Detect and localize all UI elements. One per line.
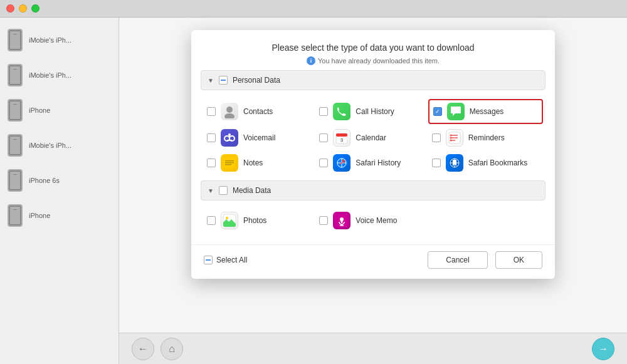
- dialog: Please select the type of data you want …: [191, 30, 555, 279]
- reminders-checkbox[interactable]: [432, 133, 441, 142]
- svg-rect-8: [336, 133, 347, 137]
- calendar-icon: 3: [333, 129, 350, 147]
- reminders-label: Reminders: [468, 133, 505, 142]
- safari-bookmarks-checkbox[interactable]: [432, 159, 441, 167]
- contacts-icon: [221, 103, 238, 120]
- photos-checkbox[interactable]: [207, 216, 216, 225]
- dialog-title: Please select the type of data you want …: [204, 43, 542, 53]
- device-icon: [8, 99, 23, 122]
- contacts-label: Contacts: [243, 107, 273, 116]
- back-button[interactable]: ←: [132, 338, 154, 360]
- call-history-item: Call History: [319, 101, 426, 122]
- svg-rect-18: [225, 160, 234, 162]
- sidebar: iMobie's iPh... iMobie's iPh... iPhone i…: [0, 18, 119, 364]
- select-all-area: Select All: [204, 256, 420, 264]
- personal-data-section-checkbox[interactable]: [219, 76, 228, 85]
- svg-point-14: [450, 135, 451, 137]
- svg-point-0: [226, 107, 233, 113]
- title-bar: [0, 0, 627, 18]
- partial-check-icon: [221, 80, 226, 81]
- calendar-item: 3 Calendar: [319, 129, 426, 147]
- sidebar-item-2[interactable]: iPhone: [0, 94, 119, 127]
- safari-bookmarks-item: Safari Bookmarks: [432, 154, 539, 172]
- notes-icon: [221, 154, 238, 172]
- safari-bookmarks-label: Safari Bookmarks: [468, 159, 528, 167]
- device-icon: [8, 64, 23, 86]
- call-history-icon: [333, 103, 350, 120]
- messages-label: Messages: [470, 107, 504, 116]
- svg-rect-19: [225, 162, 234, 164]
- media-data-section-checkbox[interactable]: [219, 186, 228, 195]
- back-icon: ←: [138, 343, 148, 355]
- content-area: Please select the type of data you want …: [119, 18, 627, 364]
- photos-item: Photos: [207, 212, 314, 229]
- safari-history-checkbox[interactable]: [319, 159, 328, 167]
- dialog-footer: Select All Cancel OK: [191, 244, 555, 279]
- close-button[interactable]: [6, 4, 14, 13]
- chevron-down-icon: ▼: [208, 77, 214, 84]
- call-history-checkbox[interactable]: [319, 107, 328, 116]
- partial-mark-icon: [206, 259, 211, 261]
- media-data-section-header: ▼ Media Data: [201, 180, 545, 200]
- svg-rect-33: [341, 219, 343, 223]
- voicemail-icon: [221, 129, 238, 147]
- device-icon: [8, 134, 23, 157]
- voicemail-checkbox[interactable]: [207, 133, 216, 142]
- dialog-subtitle: i You have already downloaded this item.: [204, 56, 542, 65]
- svg-rect-4: [227, 140, 232, 141]
- sidebar-item-5[interactable]: iPhone: [0, 199, 119, 232]
- photos-icon: [221, 212, 238, 229]
- sidebar-label: iMobie's iPh...: [29, 71, 71, 79]
- svg-text:3: 3: [340, 137, 344, 143]
- sidebar-item-0[interactable]: iMobie's iPh...: [0, 24, 119, 56]
- info-icon: i: [307, 56, 315, 65]
- sidebar-label: iMobie's iPh...: [29, 36, 71, 44]
- svg-rect-20: [225, 164, 231, 165]
- dialog-subtitle-text: You have already downloaded this item.: [318, 57, 440, 65]
- svg-point-30: [226, 217, 228, 219]
- messages-checkbox[interactable]: [433, 107, 442, 116]
- home-icon: ⌂: [169, 343, 175, 355]
- device-icon: [8, 29, 23, 51]
- minimize-button[interactable]: [19, 4, 27, 13]
- select-all-checkbox[interactable]: [204, 256, 213, 264]
- sidebar-item-4[interactable]: iPhone 6s: [0, 164, 119, 197]
- ok-button[interactable]: OK: [495, 251, 542, 269]
- messages-item: Messages: [428, 99, 543, 124]
- voice-memo-item: Voice Memo: [319, 212, 426, 229]
- media-data-label: Media Data: [233, 186, 271, 195]
- chevron-down-icon-media: ▼: [208, 187, 214, 194]
- svg-point-15: [450, 137, 451, 139]
- calendar-label: Calendar: [356, 133, 386, 142]
- sidebar-item-1[interactable]: iMobie's iPh...: [0, 59, 119, 91]
- device-icon: [8, 169, 23, 192]
- sidebar-label: iPhone 6s: [29, 177, 60, 184]
- voicemail-label: Voicemail: [243, 133, 275, 142]
- reminders-item: Reminders: [432, 129, 539, 147]
- reminders-icon: [446, 129, 463, 147]
- contacts-checkbox[interactable]: [207, 107, 216, 116]
- sidebar-label: iPhone: [29, 107, 50, 114]
- calendar-checkbox[interactable]: [319, 133, 328, 142]
- sidebar-label: iMobie's iPh...: [29, 142, 71, 149]
- notes-checkbox[interactable]: [207, 159, 216, 167]
- voice-memo-checkbox[interactable]: [319, 216, 328, 225]
- notes-item: Notes: [207, 154, 314, 172]
- personal-data-label: Personal Data: [233, 76, 280, 85]
- safari-bookmarks-icon: [446, 154, 463, 172]
- voicemail-item: Voicemail: [207, 129, 314, 147]
- contacts-item: Contacts: [207, 101, 314, 122]
- home-button[interactable]: ⌂: [161, 338, 183, 360]
- sidebar-item-3[interactable]: iMobie's iPh...: [0, 129, 119, 162]
- media-data-items-grid: Photos: [201, 205, 545, 238]
- voice-memo-label: Voice Memo: [356, 216, 397, 225]
- select-all-label: Select All: [216, 256, 247, 264]
- dialog-body: ▼ Personal Data: [191, 70, 555, 244]
- call-history-label: Call History: [356, 107, 394, 116]
- cancel-button[interactable]: Cancel: [428, 251, 487, 269]
- maximize-button[interactable]: [31, 4, 40, 13]
- svg-point-16: [450, 140, 451, 142]
- footer-buttons: Cancel OK: [428, 251, 542, 269]
- messages-icon: [447, 103, 465, 120]
- forward-button[interactable]: →: [592, 338, 614, 360]
